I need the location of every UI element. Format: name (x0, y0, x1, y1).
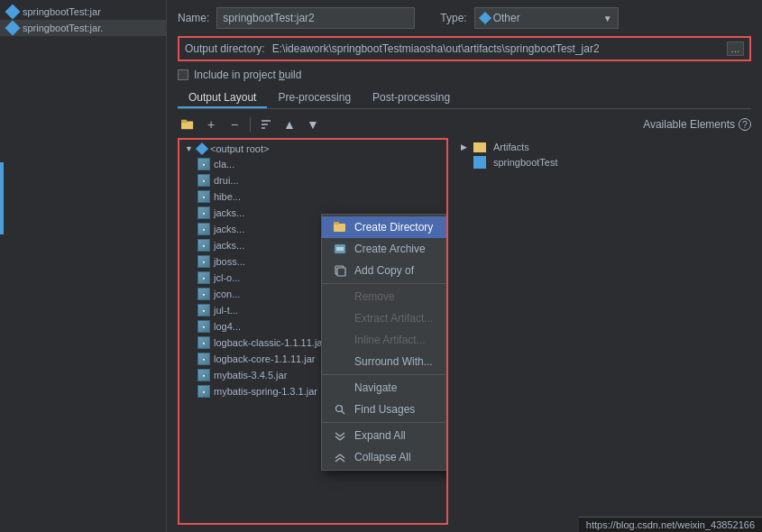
jar-icon-mybatis: ▪ (197, 369, 210, 381)
type-diamond-icon (479, 12, 491, 24)
jar-icon-cla: ▪ (197, 158, 210, 170)
ctx-item-collapse-all[interactable]: Collapse All Ctrl+NumPad - (322, 446, 448, 468)
ctx-item-expand-all[interactable]: Expand All Ctrl+NumPad + (322, 425, 448, 446)
jar-icon-drui: ▪ (197, 174, 210, 187)
jar-icon-logback-core: ▪ (197, 353, 210, 365)
avail-item-springboottest[interactable]: springbootTest (457, 154, 749, 170)
navigate-icon (333, 381, 347, 395)
diamond-icon-2 (5, 21, 21, 36)
ctx-item-extract-artifact[interactable]: Extract Artifact... (322, 307, 448, 329)
output-dir-browse-button[interactable]: ... (727, 41, 744, 56)
include-build-checkbox[interactable] (178, 69, 188, 80)
svg-line-16 (335, 436, 340, 440)
ctx-item-remove[interactable]: Remove Delete (322, 286, 448, 307)
toolbar-up-button[interactable]: ▲ (280, 115, 299, 134)
output-dir-row: Output directory: ... (178, 36, 751, 61)
status-bar: https://blog.csdn.net/weixin_43852166 (579, 517, 762, 532)
tab-preprocessing[interactable]: Pre-processing (267, 88, 362, 108)
jar-icon-jboss: ▪ (197, 255, 210, 268)
ctx-item-create-directory[interactable]: Create Directory (322, 216, 448, 238)
tree-item-label-jcl: jcl-o... (214, 272, 240, 283)
avail-artifacts-label: Artifacts (493, 142, 529, 152)
svg-line-14 (335, 433, 340, 436)
avail-item-artifacts[interactable]: ▶ Artifacts (457, 140, 749, 154)
svg-line-18 (335, 454, 340, 458)
tab-output-layout[interactable]: Output Layout (178, 88, 267, 108)
ctx-item-inline-artifact[interactable]: Inline Artifact... (322, 329, 448, 351)
ctx-item-add-copy-of[interactable]: Add Copy of ▶ (322, 260, 448, 281)
name-label: Name: (178, 12, 209, 24)
create-directory-icon (333, 220, 347, 234)
svg-line-19 (340, 454, 344, 458)
svg-line-15 (340, 433, 344, 436)
ctx-item-remove-label: Remove (354, 290, 395, 303)
ctx-item-add-copy-of-label: Add Copy of (354, 264, 414, 277)
remove-icon (333, 289, 347, 304)
ctx-item-navigate[interactable]: Navigate F4 (322, 377, 448, 399)
sidebar-item-1[interactable]: springbootTest:jar (0, 4, 166, 20)
content-area: Name: Type: Other ▼ Output directory: ..… (167, 0, 762, 532)
tree-item-label-jacks2: jacks... (214, 224, 244, 234)
name-input[interactable] (216, 7, 415, 29)
jar-icon-jacks2: ▪ (197, 223, 210, 235)
jar-icon-hibe: ▪ (197, 190, 210, 203)
ctx-item-inline-artifact-label: Inline Artifact... (354, 334, 426, 346)
ctx-item-surround-with[interactable]: Surround With... Ctrl+Alt+T (322, 351, 448, 372)
sidebar-item-label-2: springbootTest:jar. (23, 23, 103, 33)
jar-icon-log4: ▪ (197, 320, 210, 333)
ctx-item-expand-all-label: Expand All (354, 429, 406, 442)
svg-rect-1 (181, 120, 187, 124)
create-archive-icon (333, 242, 347, 256)
avail-springboottest-module-icon (473, 156, 486, 169)
tree-item-label-jboss: jboss... (214, 256, 245, 267)
diamond-icon-1 (5, 5, 21, 20)
tree-item-hibe[interactable]: ▪ hibe... (181, 188, 445, 205)
ctx-item-create-directory-label: Create Directory (354, 221, 433, 234)
ctx-item-find-usages-label: Find Usages (354, 403, 415, 416)
sidebar-item-label-1: springbootTest:jar (23, 6, 101, 17)
sidebar-item-2[interactable]: springbootTest:jar. (0, 20, 166, 36)
tree-item-output-root[interactable]: ▼ <output root> (181, 142, 445, 156)
split-area: ▼ <output root> ▪ cla... ▪ drui... ▪ (178, 138, 751, 525)
tree-item-label-jcon: jcon... (214, 289, 240, 299)
tree-item-label-jacks3: jacks... (214, 240, 244, 251)
tree-item-label-logback-core: logback-core-1.1.11.jar (214, 353, 316, 364)
output-root-diamond-icon (196, 142, 208, 155)
ctx-item-find-usages[interactable]: Find Usages Alt+F7 (322, 399, 448, 420)
toolbar-sort-button[interactable] (256, 115, 276, 134)
svg-rect-11 (337, 268, 345, 276)
output-dir-input[interactable] (272, 42, 720, 55)
type-select[interactable]: Other ▼ (474, 7, 619, 29)
tree-expand-arrow: ▼ (185, 144, 194, 153)
tree-item-label-output-root: <output root> (210, 143, 269, 154)
jar-icon-jacks3: ▪ (197, 239, 210, 252)
jar-icon-jul: ▪ (197, 304, 210, 316)
tree-item-label-mybatis: mybatis-3.4.5.jar (214, 370, 287, 381)
toolbar-remove-button[interactable]: − (225, 115, 244, 134)
jar-icon-jcl: ▪ (197, 271, 210, 284)
ctx-separator-1 (322, 283, 448, 284)
collapse-all-icon (333, 450, 347, 464)
available-elements-label: Available Elements ? (643, 118, 751, 131)
toolbar-folder-button[interactable] (178, 115, 197, 134)
find-usages-search-icon (333, 402, 347, 417)
jar-icon-jacks1: ▪ (197, 206, 210, 219)
svg-rect-6 (334, 222, 339, 225)
tree-item-label-hibe: hibe... (214, 191, 241, 202)
available-elements-text: Available Elements (643, 118, 735, 131)
tab-postprocessing[interactable]: Post-processing (362, 88, 461, 108)
type-value: Other (493, 12, 600, 24)
status-url: https://blog.csdn.net/weixin_43852166 (586, 519, 755, 530)
tree-item-cla[interactable]: ▪ cla... (181, 156, 445, 172)
tree-item-label-jul: jul-t... (214, 305, 238, 316)
toolbar-add-button[interactable]: + (201, 115, 221, 134)
toolbar-down-button[interactable]: ▼ (303, 115, 323, 134)
ctx-separator-2 (322, 374, 448, 375)
ctx-item-create-archive[interactable]: Create Archive (322, 238, 448, 260)
jar-icon-logback-classic: ▪ (197, 336, 210, 349)
tree-item-drui[interactable]: ▪ drui... (181, 172, 445, 188)
available-elements-help-icon[interactable]: ? (739, 118, 751, 131)
tree-panel: ▼ <output root> ▪ cla... ▪ drui... ▪ (178, 138, 448, 525)
extract-artifact-icon (333, 311, 347, 326)
svg-rect-5 (334, 224, 345, 232)
